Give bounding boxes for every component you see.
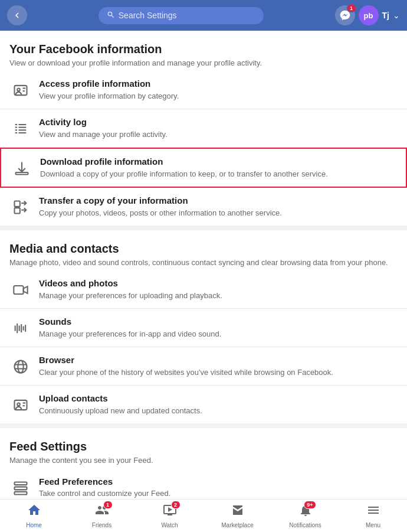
section-title-feed-settings: Feed Settings	[9, 440, 398, 453]
transfer-copy-subtitle: Copy your photos, videos, posts or other…	[39, 208, 398, 218]
upload-contacts-item[interactable]: Upload contacts Continuously upload new …	[0, 386, 407, 423]
menu-icon	[366, 503, 380, 521]
transfer-copy-item[interactable]: Transfer a copy of your information Copy…	[0, 188, 407, 226]
section-desc-feed-settings: Manage the content you see in your Feed.	[9, 455, 398, 466]
feed-icon	[9, 477, 32, 500]
person-card-icon	[9, 79, 32, 102]
nav-menu-label: Menu	[366, 522, 380, 528]
access-profile-text: Access profile information View your pro…	[39, 78, 398, 102]
download-profile-item[interactable]: Download profile information Download a …	[0, 148, 407, 188]
videos-photos-title: Videos and photos	[39, 278, 398, 289]
sounds-text: Sounds Manage your preferences for in-ap…	[39, 316, 398, 340]
avatar-initials: pb	[364, 11, 373, 20]
svg-point-23	[18, 361, 23, 373]
svg-rect-12	[16, 172, 28, 175]
header-left	[7, 5, 27, 25]
transfer-copy-text: Transfer a copy of your information Copy…	[39, 195, 398, 218]
videos-photos-subtitle: Manage your preferences for uploading an…	[39, 291, 398, 301]
main-content: Your Facebook information View or downlo…	[0, 31, 407, 532]
media-contacts-items: Videos and photos Manage your preference…	[0, 270, 407, 423]
browser-text: Browser Clear your phone of the history …	[39, 354, 398, 378]
header-right: 1 pb Tj ⌄	[335, 5, 400, 25]
nav-notifications[interactable]: 9+ Notifications	[271, 500, 339, 532]
svg-point-22	[15, 361, 27, 373]
friends-badge: 1	[103, 501, 113, 509]
contacts-icon	[9, 394, 32, 416]
sounds-subtitle: Manage your preferences for in-app and v…	[39, 329, 398, 340]
bottom-nav: Home 1 Friends 2 Watch Marketplace	[0, 499, 407, 532]
svg-rect-32	[15, 491, 27, 494]
section-facebook-info-header: Your Facebook information View or downlo…	[0, 31, 407, 71]
divider-2	[0, 423, 407, 428]
svg-rect-31	[15, 487, 27, 489]
sounds-title: Sounds	[39, 316, 398, 328]
header-chevron-icon[interactable]: ⌄	[393, 11, 400, 20]
activity-log-title: Activity log	[39, 116, 398, 128]
globe-icon	[9, 355, 32, 378]
nav-home[interactable]: Home	[0, 500, 68, 532]
browser-title: Browser	[39, 354, 398, 366]
nav-menu[interactable]: Menu	[339, 500, 407, 532]
messenger-badge: 1	[347, 4, 356, 12]
upload-contacts-text: Upload contacts Continuously upload new …	[39, 393, 398, 416]
divider-1	[0, 226, 407, 230]
messenger-button[interactable]: 1	[335, 5, 355, 25]
browser-item[interactable]: Browser Clear your phone of the history …	[0, 347, 407, 386]
facebook-info-items: Access profile information View your pro…	[0, 71, 407, 226]
access-profile-item[interactable]: Access profile information View your pro…	[0, 71, 407, 109]
activity-log-item[interactable]: Activity log View and manage your profil…	[0, 109, 407, 148]
section-title-media-contacts: Media and contacts	[9, 242, 398, 256]
feed-preferences-text: Feed Preferences Take control and custom…	[39, 476, 398, 500]
marketplace-icon	[231, 503, 245, 521]
search-bar[interactable]: Search Settings	[99, 7, 264, 24]
section-title-facebook-info: Your Facebook information	[9, 43, 398, 56]
upload-contacts-title: Upload contacts	[39, 393, 398, 404]
activity-log-subtitle: View and manage your profile activity.	[39, 129, 398, 140]
header: Search Settings 1 pb Tj ⌄	[0, 0, 407, 31]
nav-watch[interactable]: 2 Watch	[136, 500, 204, 532]
upload-contacts-subtitle: Continuously upload new and updated cont…	[39, 406, 398, 416]
friends-icon: 1	[95, 503, 109, 521]
video-icon	[9, 279, 32, 301]
videos-photos-item[interactable]: Videos and photos Manage your preference…	[0, 270, 407, 309]
download-icon	[11, 157, 33, 179]
watch-badge: 2	[171, 501, 180, 509]
section-desc-media-contacts: Manage photo, video and sound controls, …	[9, 257, 398, 268]
activity-log-text: Activity log View and manage your profil…	[39, 116, 398, 140]
svg-point-1	[17, 89, 20, 92]
bell-icon: 9+	[298, 503, 313, 521]
nav-friends[interactable]: 1 Friends	[68, 500, 136, 532]
search-placeholder: Search Settings	[119, 11, 177, 20]
header-username: Tj	[382, 11, 389, 20]
nav-home-label: Home	[26, 522, 42, 528]
home-icon	[27, 503, 41, 521]
access-profile-subtitle: View your profile information by categor…	[39, 91, 398, 102]
sounds-item[interactable]: Sounds Manage your preferences for in-ap…	[0, 309, 407, 347]
nav-notifications-label: Notifications	[289, 522, 321, 528]
download-profile-text: Download profile information Download a …	[40, 156, 396, 179]
svg-rect-15	[14, 286, 23, 294]
nav-watch-label: Watch	[162, 522, 178, 528]
access-profile-title: Access profile information	[39, 78, 398, 90]
videos-photos-text: Videos and photos Manage your preference…	[39, 278, 398, 301]
search-icon	[107, 11, 115, 21]
nav-friends-label: Friends	[92, 522, 111, 528]
transfer-icon	[9, 196, 32, 218]
svg-rect-30	[15, 482, 27, 485]
nav-marketplace[interactable]: Marketplace	[204, 500, 271, 532]
watch-icon: 2	[163, 503, 177, 521]
feed-preferences-subtitle: Take control and customize your Feed.	[39, 488, 398, 499]
download-profile-title: Download profile information	[40, 156, 396, 168]
section-desc-facebook-info: View or download your profile informatio…	[9, 58, 398, 68]
avatar[interactable]: pb	[359, 5, 379, 25]
transfer-copy-title: Transfer a copy of your information	[39, 195, 398, 207]
back-button[interactable]	[7, 5, 27, 25]
browser-subtitle: Clear your phone of the history of websi…	[39, 367, 398, 378]
svg-point-27	[17, 403, 20, 406]
list-icon	[9, 118, 32, 140]
sound-icon	[9, 317, 32, 340]
download-profile-subtitle: Download a copy of your profile informat…	[40, 169, 396, 179]
feed-preferences-title: Feed Preferences	[39, 476, 398, 488]
notifications-badge: 9+	[304, 501, 316, 509]
section-media-contacts-header: Media and contacts Manage photo, video a…	[0, 230, 407, 270]
